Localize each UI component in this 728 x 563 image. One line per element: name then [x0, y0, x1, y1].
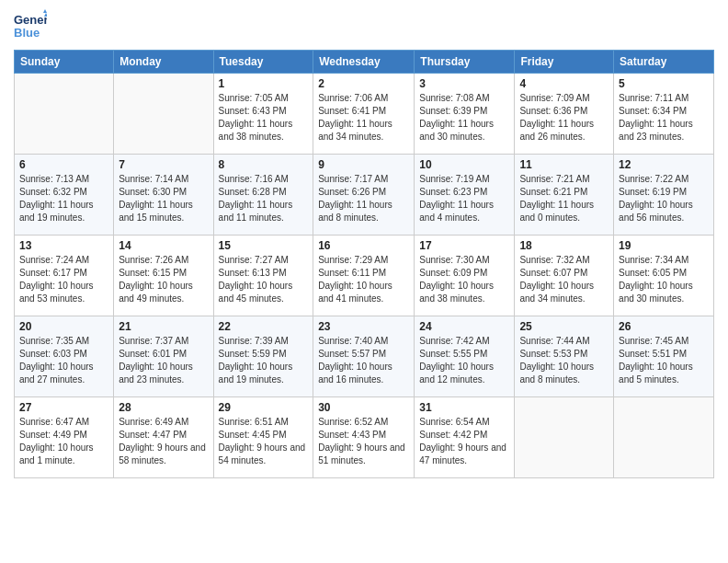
day-number: 28 [119, 401, 208, 414]
calendar-cell: 24Sunrise: 7:42 AM Sunset: 5:55 PM Dayli… [415, 316, 515, 397]
day-info: Sunrise: 7:11 AM Sunset: 6:34 PM Dayligh… [619, 92, 709, 144]
col-header-friday: Friday [515, 51, 614, 74]
day-info: Sunrise: 7:24 AM Sunset: 6:17 PM Dayligh… [19, 254, 108, 305]
day-number: 31 [419, 401, 509, 414]
day-number: 10 [419, 158, 509, 171]
day-info: Sunrise: 7:13 AM Sunset: 6:32 PM Dayligh… [19, 173, 108, 224]
day-number: 20 [19, 320, 108, 333]
calendar-cell: 6Sunrise: 7:13 AM Sunset: 6:32 PM Daylig… [15, 155, 114, 236]
day-number: 1 [219, 77, 309, 90]
day-info: Sunrise: 7:39 AM Sunset: 5:59 PM Dayligh… [219, 335, 309, 386]
calendar-cell [15, 74, 114, 155]
day-number: 24 [419, 320, 509, 333]
day-info: Sunrise: 6:47 AM Sunset: 4:49 PM Dayligh… [19, 416, 108, 467]
day-info: Sunrise: 6:54 AM Sunset: 4:42 PM Dayligh… [419, 416, 509, 467]
col-header-tuesday: Tuesday [213, 51, 313, 74]
day-number: 18 [519, 239, 609, 252]
day-info: Sunrise: 7:21 AM Sunset: 6:21 PM Dayligh… [519, 173, 609, 224]
day-info: Sunrise: 7:08 AM Sunset: 6:39 PM Dayligh… [419, 92, 509, 144]
day-number: 30 [318, 401, 409, 414]
logo: General Blue [14, 9, 47, 42]
day-info: Sunrise: 7:32 AM Sunset: 6:07 PM Dayligh… [519, 254, 609, 305]
day-number: 4 [519, 77, 609, 90]
calendar-cell: 27Sunrise: 6:47 AM Sunset: 4:49 PM Dayli… [15, 397, 114, 478]
day-info: Sunrise: 7:45 AM Sunset: 5:51 PM Dayligh… [619, 335, 709, 386]
day-info: Sunrise: 7:14 AM Sunset: 6:30 PM Dayligh… [119, 173, 208, 224]
calendar-cell [114, 74, 213, 155]
calendar-header-row: SundayMondayTuesdayWednesdayThursdayFrid… [15, 51, 714, 74]
calendar-cell: 30Sunrise: 6:52 AM Sunset: 4:43 PM Dayli… [313, 397, 415, 478]
calendar-week-4: 20Sunrise: 7:35 AM Sunset: 6:03 PM Dayli… [15, 316, 714, 397]
calendar-cell: 18Sunrise: 7:32 AM Sunset: 6:07 PM Dayli… [515, 236, 614, 316]
day-number: 6 [19, 158, 108, 171]
calendar-cell: 28Sunrise: 6:49 AM Sunset: 4:47 PM Dayli… [114, 397, 213, 478]
col-header-saturday: Saturday [614, 51, 714, 74]
day-info: Sunrise: 7:44 AM Sunset: 5:53 PM Dayligh… [519, 335, 609, 386]
day-number: 14 [119, 239, 208, 252]
day-info: Sunrise: 7:34 AM Sunset: 6:05 PM Dayligh… [619, 254, 709, 305]
calendar-week-5: 27Sunrise: 6:47 AM Sunset: 4:49 PM Dayli… [15, 397, 714, 478]
day-number: 5 [619, 77, 709, 90]
day-number: 23 [318, 320, 409, 333]
calendar-cell: 15Sunrise: 7:27 AM Sunset: 6:13 PM Dayli… [213, 236, 313, 316]
calendar-cell: 2Sunrise: 7:06 AM Sunset: 6:41 PM Daylig… [313, 74, 415, 155]
day-info: Sunrise: 7:37 AM Sunset: 6:01 PM Dayligh… [119, 335, 208, 386]
day-number: 17 [419, 239, 509, 252]
day-number: 12 [619, 158, 709, 171]
day-info: Sunrise: 7:40 AM Sunset: 5:57 PM Dayligh… [318, 335, 409, 386]
calendar-cell: 21Sunrise: 7:37 AM Sunset: 6:01 PM Dayli… [114, 316, 213, 397]
svg-text:General: General [14, 13, 47, 27]
calendar: SundayMondayTuesdayWednesdayThursdayFrid… [14, 50, 714, 478]
day-info: Sunrise: 7:30 AM Sunset: 6:09 PM Dayligh… [419, 254, 509, 305]
day-number: 26 [619, 320, 709, 333]
calendar-cell: 13Sunrise: 7:24 AM Sunset: 6:17 PM Dayli… [15, 236, 114, 316]
calendar-cell: 14Sunrise: 7:26 AM Sunset: 6:15 PM Dayli… [114, 236, 213, 316]
day-info: Sunrise: 7:19 AM Sunset: 6:23 PM Dayligh… [419, 173, 509, 224]
day-number: 27 [19, 401, 108, 414]
calendar-cell: 25Sunrise: 7:44 AM Sunset: 5:53 PM Dayli… [515, 316, 614, 397]
day-info: Sunrise: 7:35 AM Sunset: 6:03 PM Dayligh… [19, 335, 108, 386]
col-header-sunday: Sunday [15, 51, 114, 74]
day-info: Sunrise: 7:09 AM Sunset: 6:36 PM Dayligh… [519, 92, 609, 144]
day-info: Sunrise: 6:52 AM Sunset: 4:43 PM Dayligh… [318, 416, 409, 467]
day-number: 3 [419, 77, 509, 90]
calendar-cell: 12Sunrise: 7:22 AM Sunset: 6:19 PM Dayli… [614, 155, 714, 236]
calendar-cell: 4Sunrise: 7:09 AM Sunset: 6:36 PM Daylig… [515, 74, 614, 155]
calendar-cell: 11Sunrise: 7:21 AM Sunset: 6:21 PM Dayli… [515, 155, 614, 236]
day-number: 21 [119, 320, 208, 333]
page: General Blue SundayMondayTuesdayWednesda… [0, 0, 728, 563]
calendar-cell [614, 397, 714, 478]
calendar-week-1: 1Sunrise: 7:05 AM Sunset: 6:43 PM Daylig… [15, 74, 714, 155]
day-info: Sunrise: 7:06 AM Sunset: 6:41 PM Dayligh… [318, 92, 409, 144]
day-info: Sunrise: 7:26 AM Sunset: 6:15 PM Dayligh… [119, 254, 208, 305]
calendar-week-3: 13Sunrise: 7:24 AM Sunset: 6:17 PM Dayli… [15, 236, 714, 316]
day-info: Sunrise: 6:49 AM Sunset: 4:47 PM Dayligh… [119, 416, 208, 467]
day-number: 8 [219, 158, 309, 171]
day-number: 25 [519, 320, 609, 333]
col-header-thursday: Thursday [415, 51, 515, 74]
day-info: Sunrise: 7:17 AM Sunset: 6:26 PM Dayligh… [318, 173, 409, 224]
col-header-monday: Monday [114, 51, 213, 74]
day-info: Sunrise: 7:29 AM Sunset: 6:11 PM Dayligh… [318, 254, 409, 305]
calendar-cell: 10Sunrise: 7:19 AM Sunset: 6:23 PM Dayli… [415, 155, 515, 236]
calendar-cell [515, 397, 614, 478]
day-info: Sunrise: 7:27 AM Sunset: 6:13 PM Dayligh… [219, 254, 309, 305]
calendar-cell: 17Sunrise: 7:30 AM Sunset: 6:09 PM Dayli… [415, 236, 515, 316]
calendar-cell: 16Sunrise: 7:29 AM Sunset: 6:11 PM Dayli… [313, 236, 415, 316]
day-info: Sunrise: 7:42 AM Sunset: 5:55 PM Dayligh… [419, 335, 509, 386]
calendar-cell: 20Sunrise: 7:35 AM Sunset: 6:03 PM Dayli… [15, 316, 114, 397]
day-info: Sunrise: 7:05 AM Sunset: 6:43 PM Dayligh… [219, 92, 309, 144]
day-number: 29 [219, 401, 309, 414]
calendar-cell: 7Sunrise: 7:14 AM Sunset: 6:30 PM Daylig… [114, 155, 213, 236]
calendar-cell: 19Sunrise: 7:34 AM Sunset: 6:05 PM Dayli… [614, 236, 714, 316]
col-header-wednesday: Wednesday [313, 51, 415, 74]
calendar-cell: 26Sunrise: 7:45 AM Sunset: 5:51 PM Dayli… [614, 316, 714, 397]
day-number: 11 [519, 158, 609, 171]
calendar-cell: 9Sunrise: 7:17 AM Sunset: 6:26 PM Daylig… [313, 155, 415, 236]
calendar-cell: 31Sunrise: 6:54 AM Sunset: 4:42 PM Dayli… [415, 397, 515, 478]
calendar-cell: 3Sunrise: 7:08 AM Sunset: 6:39 PM Daylig… [415, 74, 515, 155]
logo-icon: General Blue [14, 9, 47, 42]
calendar-cell: 23Sunrise: 7:40 AM Sunset: 5:57 PM Dayli… [313, 316, 415, 397]
header: General Blue [14, 9, 714, 42]
day-number: 16 [318, 239, 409, 252]
